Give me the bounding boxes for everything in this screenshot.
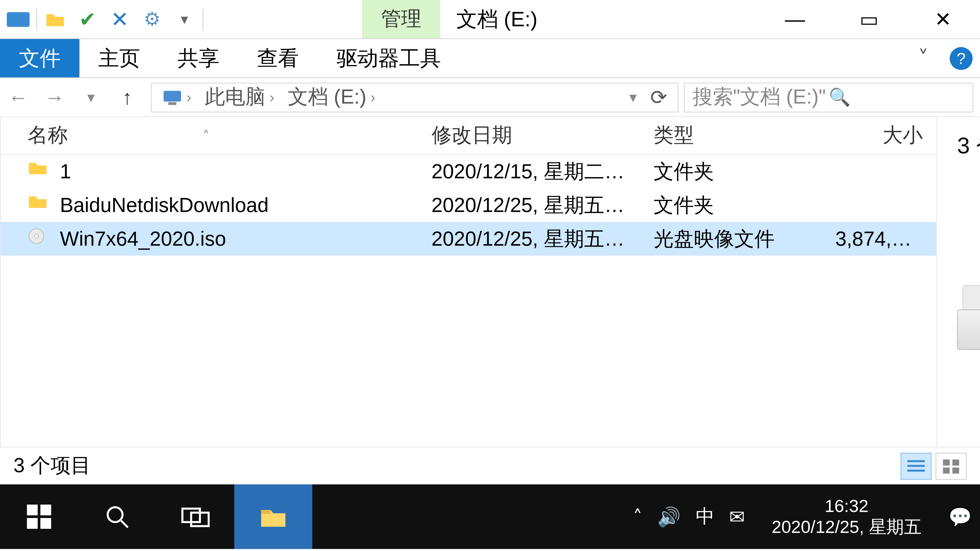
taskbar-search[interactable] <box>78 484 156 549</box>
col-type[interactable]: 类型 <box>627 122 808 149</box>
svg-rect-59 <box>40 518 51 529</box>
tray-ime[interactable]: 中 <box>696 504 714 529</box>
svg-rect-51 <box>907 469 925 472</box>
file-name: 1 <box>60 160 71 183</box>
svg-rect-54 <box>943 467 950 473</box>
tray-chevron[interactable]: ˄ <box>633 506 642 528</box>
view-mode-details[interactable] <box>900 453 932 479</box>
svg-rect-53 <box>953 459 959 465</box>
titlebar: ✔ ✕ ⚙ ▾ 管理 文档 (E:) — ▭ ✕ <box>0 0 980 39</box>
nav-back[interactable]: ← <box>0 86 36 109</box>
file-date: 2020/12/25, 星期五 1... <box>404 225 627 252</box>
file-row[interactable]: BaiduNetdiskDownload2020/12/25, 星期五 1...… <box>1 188 936 222</box>
nav-history-dropdown[interactable]: ▾ <box>73 89 109 106</box>
svg-rect-2 <box>168 102 177 105</box>
tray-mail-icon[interactable]: ✉ <box>729 506 745 528</box>
svg-rect-1 <box>164 91 181 101</box>
file-type: 文件夹 <box>627 158 808 185</box>
start-button[interactable] <box>0 484 78 549</box>
file-size: 3,874,126... <box>808 227 936 250</box>
qa-item-gear[interactable]: ⚙ <box>138 5 166 33</box>
file-date: 2020/12/15, 星期二 1... <box>404 158 627 185</box>
window-title: 文档 (E:) <box>440 0 554 39</box>
ribbon-collapse[interactable]: ˅ <box>905 39 942 77</box>
svg-rect-50 <box>907 465 925 467</box>
iso-icon <box>27 227 51 250</box>
quick-access-toolbar: ✔ ✕ ⚙ ▾ <box>0 0 207 38</box>
svg-rect-55 <box>953 467 959 473</box>
ribbon-tab-share[interactable]: 共享 <box>159 39 238 77</box>
sort-indicator-icon: ˄ <box>203 127 209 144</box>
refresh-icon[interactable]: ⟳ <box>643 86 674 109</box>
qa-item-close[interactable]: ✕ <box>106 5 134 33</box>
svg-point-48 <box>35 234 38 238</box>
action-center-icon[interactable]: 💬 <box>948 506 972 528</box>
status-bar: 3 个项目 <box>0 447 980 484</box>
svg-point-60 <box>108 507 123 522</box>
ribbon-tab-drive-tools[interactable]: 驱动器工具 <box>318 39 460 77</box>
drive-icon <box>957 276 980 350</box>
ribbon-tab-file[interactable]: 文件 <box>0 39 80 77</box>
ribbon: 文件 主页 共享 查看 驱动器工具 ˅ ? <box>0 39 980 78</box>
taskbar-taskview[interactable] <box>156 484 234 549</box>
breadcrumb-drive[interactable]: 文档 (E:)› <box>281 83 382 111</box>
breadcrumb-expand[interactable]: ▾ <box>623 89 644 106</box>
folder-icon <box>27 194 51 217</box>
app-icon <box>4 5 32 33</box>
preview-summary: 3 个项目 <box>957 130 980 162</box>
window-maximize[interactable]: ▭ <box>832 0 906 39</box>
window-close[interactable]: ✕ <box>906 0 980 39</box>
taskbar-clock[interactable]: 16:32 2020/12/25, 星期五 <box>759 495 934 538</box>
qa-item-folder[interactable] <box>41 5 69 33</box>
file-name: BaiduNetdiskDownload <box>60 194 269 217</box>
search-placeholder: 搜索"文档 (E:)" <box>693 83 829 111</box>
nav-forward[interactable]: → <box>36 86 73 109</box>
help-icon[interactable]: ? <box>942 39 980 77</box>
status-text: 3 个项目 <box>14 452 91 480</box>
breadcrumb-pc[interactable]: 此电脑› <box>198 83 281 111</box>
svg-rect-49 <box>907 460 925 462</box>
ribbon-context-tab[interactable]: 管理 <box>362 0 440 38</box>
window-minimize[interactable]: — <box>758 0 832 39</box>
address-bar: ← → ▾ ↑ › 此电脑› 文档 (E:)› ▾ ⟳ 搜索"文档 (E:)" … <box>0 78 980 117</box>
breadcrumb[interactable]: › 此电脑› 文档 (E:)› ▾ ⟳ <box>151 83 679 112</box>
preview-pane: 3 个项目 <box>936 117 980 447</box>
ribbon-tab-view[interactable]: 查看 <box>239 39 318 77</box>
svg-rect-58 <box>27 518 38 529</box>
file-date: 2020/12/25, 星期五 1... <box>404 191 627 219</box>
taskbar: ˄ 🔊 中 ✉ 16:32 2020/12/25, 星期五 💬 <box>0 484 980 549</box>
view-mode-icons[interactable] <box>935 453 966 479</box>
svg-rect-57 <box>40 505 51 515</box>
svg-line-61 <box>121 521 128 527</box>
file-row[interactable]: Win7x64_2020.iso2020/12/25, 星期五 1...光盘映像… <box>1 222 936 256</box>
file-row[interactable]: 12020/12/15, 星期二 1...文件夹 <box>1 155 936 189</box>
list-header[interactable]: 名称 ˄ 修改日期 类型 大小 <box>1 117 936 155</box>
svg-rect-56 <box>27 505 38 515</box>
file-type: 光盘映像文件 <box>627 225 808 252</box>
svg-rect-64 <box>261 510 270 514</box>
col-size[interactable]: 大小 <box>808 122 936 149</box>
qa-dropdown[interactable]: ▾ <box>170 5 199 33</box>
svg-rect-0 <box>6 12 30 27</box>
file-list: 名称 ˄ 修改日期 类型 大小 12020/12/15, 星期二 1...文件夹… <box>1 117 936 447</box>
search-icon: 🔍 <box>829 87 965 108</box>
qa-item-check[interactable]: ✔ <box>73 5 102 33</box>
taskbar-explorer[interactable] <box>234 484 312 549</box>
tray-sound-icon[interactable]: 🔊 <box>657 506 681 528</box>
col-name[interactable]: 名称 ˄ <box>1 122 404 149</box>
nav-up[interactable]: ↑ <box>109 86 145 109</box>
breadcrumb-pc-icon[interactable]: › <box>156 89 198 106</box>
ribbon-tab-home[interactable]: 主页 <box>80 39 159 77</box>
search-input[interactable]: 搜索"文档 (E:)" 🔍 <box>684 83 974 112</box>
file-type: 文件夹 <box>627 191 808 219</box>
col-date[interactable]: 修改日期 <box>404 122 627 149</box>
folder-icon <box>27 160 51 183</box>
system-tray: ˄ 🔊 中 ✉ 16:32 2020/12/25, 星期五 💬 <box>633 495 980 538</box>
svg-rect-52 <box>943 459 950 465</box>
file-name: Win7x64_2020.iso <box>60 227 226 250</box>
